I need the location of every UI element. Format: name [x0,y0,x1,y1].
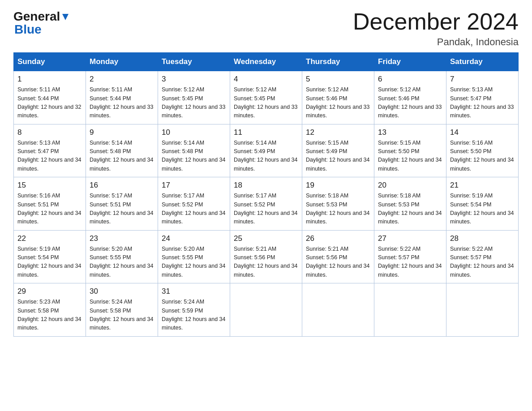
day-number: 4 [234,75,298,84]
page-header: General Blue December 2024 Pandak, Indon… [13,9,519,48]
day-cell: 27 Sunrise: 5:22 AM Sunset: 5:57 PM Dayl… [374,230,446,283]
day-info: Sunrise: 5:12 AM Sunset: 5:45 PM Dayligh… [234,86,298,120]
day-cell: 5 Sunrise: 5:12 AM Sunset: 5:46 PM Dayli… [302,71,374,124]
day-cell: 30 Sunrise: 5:24 AM Sunset: 5:58 PM Dayl… [86,283,158,337]
day-number: 2 [90,75,154,84]
day-cell: 12 Sunrise: 5:15 AM Sunset: 5:49 PM Dayl… [302,124,374,177]
week-row-4: 22 Sunrise: 5:19 AM Sunset: 5:54 PM Dayl… [14,230,519,283]
col-header-friday: Friday [374,53,446,71]
day-info: Sunrise: 5:14 AM Sunset: 5:48 PM Dayligh… [162,139,226,174]
day-cell: 6 Sunrise: 5:12 AM Sunset: 5:46 PM Dayli… [374,71,446,124]
day-number: 16 [90,181,154,190]
day-cell: 19 Sunrise: 5:18 AM Sunset: 5:53 PM Dayl… [302,177,374,231]
calendar-table: SundayMondayTuesdayWednesdayThursdayFrid… [13,52,519,337]
day-info: Sunrise: 5:14 AM Sunset: 5:48 PM Dayligh… [90,139,154,174]
day-info: Sunrise: 5:21 AM Sunset: 5:56 PM Dayligh… [306,245,370,280]
day-number: 28 [450,234,515,243]
day-info: Sunrise: 5:12 AM Sunset: 5:46 PM Dayligh… [378,86,442,120]
week-row-3: 15 Sunrise: 5:16 AM Sunset: 5:51 PM Dayl… [14,177,519,231]
day-info: Sunrise: 5:17 AM Sunset: 5:51 PM Dayligh… [90,192,154,227]
day-number: 25 [234,234,298,243]
day-info: Sunrise: 5:24 AM Sunset: 5:58 PM Dayligh… [90,298,154,333]
day-number: 23 [90,234,154,243]
day-cell: 20 Sunrise: 5:18 AM Sunset: 5:53 PM Dayl… [374,177,446,231]
day-number: 19 [306,181,370,190]
col-header-wednesday: Wednesday [230,53,302,71]
day-cell: 23 Sunrise: 5:20 AM Sunset: 5:55 PM Dayl… [86,230,158,283]
main-title: December 2024 [353,9,519,34]
day-number: 30 [90,287,154,296]
day-info: Sunrise: 5:15 AM Sunset: 5:49 PM Dayligh… [306,139,370,174]
day-info: Sunrise: 5:19 AM Sunset: 5:54 PM Dayligh… [17,245,82,280]
day-cell: 26 Sunrise: 5:21 AM Sunset: 5:56 PM Dayl… [302,230,374,283]
title-block: December 2024 Pandak, Indonesia [353,9,519,48]
day-number: 1 [17,75,82,84]
logo: General Blue [13,9,69,37]
calendar-header-row: SundayMondayTuesdayWednesdayThursdayFrid… [14,53,519,71]
col-header-saturday: Saturday [446,53,519,71]
day-number: 3 [162,75,226,84]
day-cell: 16 Sunrise: 5:17 AM Sunset: 5:51 PM Dayl… [86,177,158,231]
day-cell: 11 Sunrise: 5:14 AM Sunset: 5:49 PM Dayl… [230,124,302,177]
col-header-thursday: Thursday [302,53,374,71]
day-number: 11 [234,128,298,137]
day-cell: 8 Sunrise: 5:13 AM Sunset: 5:47 PM Dayli… [14,124,86,177]
week-row-5: 29 Sunrise: 5:23 AM Sunset: 5:58 PM Dayl… [14,283,519,337]
day-number: 10 [162,128,226,137]
day-info: Sunrise: 5:22 AM Sunset: 5:57 PM Dayligh… [378,245,442,280]
logo-blue: Blue [14,22,42,37]
week-row-1: 1 Sunrise: 5:11 AM Sunset: 5:44 PM Dayli… [14,71,519,124]
day-number: 21 [450,181,515,190]
day-number: 24 [162,234,226,243]
day-cell: 4 Sunrise: 5:12 AM Sunset: 5:45 PM Dayli… [230,71,302,124]
day-number: 20 [378,181,442,190]
day-info: Sunrise: 5:17 AM Sunset: 5:52 PM Dayligh… [162,192,226,227]
day-cell: 10 Sunrise: 5:14 AM Sunset: 5:48 PM Dayl… [158,124,230,177]
day-number: 9 [90,128,154,137]
col-header-monday: Monday [86,53,158,71]
day-info: Sunrise: 5:14 AM Sunset: 5:49 PM Dayligh… [234,139,298,174]
day-cell: 28 Sunrise: 5:22 AM Sunset: 5:57 PM Dayl… [446,230,519,283]
day-cell: 14 Sunrise: 5:16 AM Sunset: 5:50 PM Dayl… [446,124,519,177]
day-info: Sunrise: 5:11 AM Sunset: 5:44 PM Dayligh… [17,86,82,120]
day-info: Sunrise: 5:16 AM Sunset: 5:51 PM Dayligh… [17,192,82,227]
day-info: Sunrise: 5:12 AM Sunset: 5:45 PM Dayligh… [162,86,226,120]
day-cell: 24 Sunrise: 5:20 AM Sunset: 5:55 PM Dayl… [158,230,230,283]
day-cell: 13 Sunrise: 5:15 AM Sunset: 5:50 PM Dayl… [374,124,446,177]
day-cell [446,283,519,337]
day-info: Sunrise: 5:22 AM Sunset: 5:57 PM Dayligh… [450,245,515,280]
day-cell: 7 Sunrise: 5:13 AM Sunset: 5:47 PM Dayli… [446,71,519,124]
day-number: 8 [17,128,82,137]
day-cell: 9 Sunrise: 5:14 AM Sunset: 5:48 PM Dayli… [86,124,158,177]
day-info: Sunrise: 5:12 AM Sunset: 5:46 PM Dayligh… [306,86,370,120]
logo-arrow-icon [61,10,69,24]
subtitle: Pandak, Indonesia [353,36,519,48]
day-info: Sunrise: 5:15 AM Sunset: 5:50 PM Dayligh… [378,139,442,174]
day-info: Sunrise: 5:23 AM Sunset: 5:58 PM Dayligh… [17,298,82,333]
day-number: 29 [17,287,82,296]
day-number: 6 [378,75,442,84]
day-cell: 21 Sunrise: 5:19 AM Sunset: 5:54 PM Dayl… [446,177,519,231]
day-cell: 18 Sunrise: 5:17 AM Sunset: 5:52 PM Dayl… [230,177,302,231]
day-cell: 2 Sunrise: 5:11 AM Sunset: 5:44 PM Dayli… [86,71,158,124]
day-info: Sunrise: 5:18 AM Sunset: 5:53 PM Dayligh… [378,192,442,227]
day-cell: 31 Sunrise: 5:24 AM Sunset: 5:59 PM Dayl… [158,283,230,337]
day-number: 31 [162,287,226,296]
week-row-2: 8 Sunrise: 5:13 AM Sunset: 5:47 PM Dayli… [14,124,519,177]
day-number: 5 [306,75,370,84]
day-info: Sunrise: 5:18 AM Sunset: 5:53 PM Dayligh… [306,192,370,227]
day-info: Sunrise: 5:21 AM Sunset: 5:56 PM Dayligh… [234,245,298,280]
day-cell: 3 Sunrise: 5:12 AM Sunset: 5:45 PM Dayli… [158,71,230,124]
day-info: Sunrise: 5:16 AM Sunset: 5:50 PM Dayligh… [450,139,515,174]
day-cell [374,283,446,337]
day-cell: 29 Sunrise: 5:23 AM Sunset: 5:58 PM Dayl… [14,283,86,337]
col-header-sunday: Sunday [14,53,86,71]
day-info: Sunrise: 5:24 AM Sunset: 5:59 PM Dayligh… [162,298,226,333]
day-cell [230,283,302,337]
svg-marker-0 [62,14,69,20]
day-number: 7 [450,75,515,84]
day-info: Sunrise: 5:20 AM Sunset: 5:55 PM Dayligh… [162,245,226,280]
day-number: 26 [306,234,370,243]
day-number: 18 [234,181,298,190]
day-cell: 1 Sunrise: 5:11 AM Sunset: 5:44 PM Dayli… [14,71,86,124]
